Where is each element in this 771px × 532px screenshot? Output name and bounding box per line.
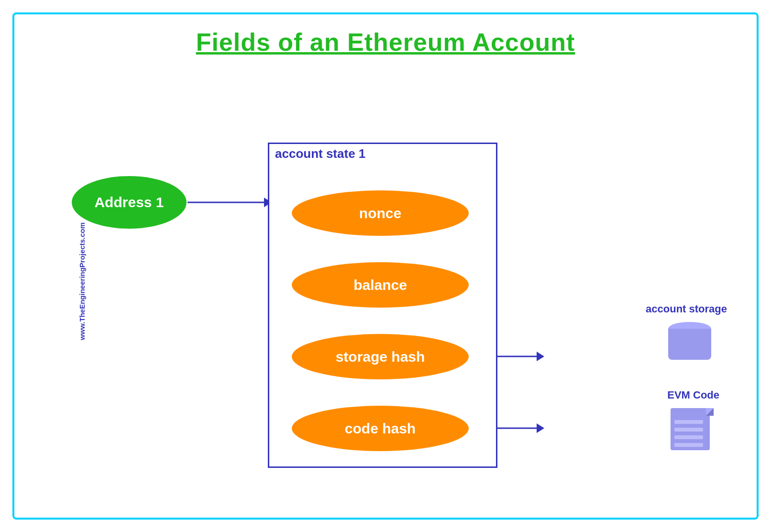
- nonce-ellipse: nonce: [292, 190, 469, 236]
- diagram-area: Address 1 account state 1 nonce balance …: [14, 76, 757, 487]
- watermark: www.TheEngineeringProjects.com: [78, 222, 86, 340]
- address-label: Address 1: [94, 194, 164, 211]
- svg-marker-4: [537, 352, 544, 361]
- svg-marker-7: [537, 423, 544, 433]
- balance-label: balance: [353, 277, 407, 293]
- doc-corner: [706, 408, 714, 416]
- storage-hash-ellipse: storage hash: [292, 334, 469, 379]
- evm-code-label: EVM Code: [667, 389, 719, 401]
- database-cylinder: [668, 322, 711, 360]
- code-hash-label: code hash: [345, 421, 416, 437]
- doc-line-1: [674, 420, 703, 424]
- nonce-label: nonce: [359, 205, 401, 222]
- doc-line-2: [674, 428, 703, 432]
- balance-ellipse: balance: [292, 262, 469, 308]
- evm-code-document: [671, 408, 714, 454]
- cylinder-body: [668, 329, 711, 360]
- outer-border: Fields of an Ethereum Account Address 1: [12, 12, 759, 520]
- doc-line-4: [674, 443, 703, 447]
- account-storage-label: account storage: [646, 303, 727, 315]
- page-title: Fields of an Ethereum Account: [14, 28, 757, 56]
- doc-line-3: [674, 435, 703, 439]
- code-hash-ellipse: code hash: [292, 406, 469, 451]
- doc-body: [671, 408, 710, 450]
- account-state-title: account state 1: [275, 146, 365, 161]
- storage-hash-label: storage hash: [336, 349, 425, 365]
- doc-lines: [674, 420, 703, 451]
- address-ellipse: Address 1: [72, 176, 187, 229]
